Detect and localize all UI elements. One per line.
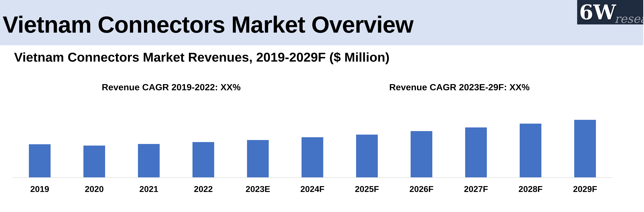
x-axis-label-2020: 2020	[67, 184, 122, 194]
bar-slot-2024F	[285, 120, 340, 177]
x-axis-label-2019: 2019	[12, 184, 67, 194]
x-axis-label-2021: 2021	[122, 184, 176, 194]
x-axis-label-2025F: 2025F	[340, 184, 394, 194]
bar-2022	[192, 142, 214, 177]
bar-slot-2028F	[503, 120, 558, 177]
bar-2028F	[520, 124, 542, 177]
bar-slot-2029F	[558, 120, 612, 177]
bar-slot-2023E	[230, 120, 285, 177]
cagr-annotation-forecast: Revenue CAGR 2023E-29F: XX%	[389, 82, 530, 92]
bar-2020	[84, 146, 105, 177]
chart-title: Vietnam Connectors Market Revenues, 2019…	[14, 50, 390, 65]
bar-slot-2019	[12, 120, 67, 177]
bar-slot-2021	[122, 120, 176, 177]
bar-chart-plot-area	[12, 120, 612, 177]
bar-2027F	[465, 127, 487, 177]
bar-slot-2027F	[449, 120, 503, 177]
page-title: Vietnam Connectors Market Overview	[3, 13, 413, 36]
x-axis-label-2023E: 2023E	[230, 184, 285, 194]
cagr-annotation-historic: Revenue CAGR 2019-2022: XX%	[102, 82, 241, 92]
x-axis-labels-row: 20192020202120222023E2024F2025F2026F2027…	[12, 184, 612, 194]
bar-slot-2026F	[394, 120, 449, 177]
bar-2021	[138, 144, 160, 177]
x-axis-label-2026F: 2026F	[394, 184, 449, 194]
x-axis-label-2028F: 2028F	[503, 184, 558, 194]
bar-slot-2025F	[340, 120, 394, 177]
x-axis-label-2024F: 2024F	[285, 184, 340, 194]
bar-slot-2022	[176, 120, 230, 177]
x-axis-label-2029F: 2029F	[558, 184, 612, 194]
slide-canvas: Vietnam Connectors Market Overview 6W re…	[0, 0, 644, 212]
bar-slot-2020	[67, 120, 122, 177]
bar-2024F	[302, 137, 323, 177]
bar-2026F	[410, 131, 432, 177]
bar-2023E	[247, 140, 269, 177]
bar-2019	[29, 144, 50, 177]
bar-2029F	[574, 120, 596, 177]
brand-logo: 6W research	[577, 0, 643, 24]
brand-logo-6w-text: 6W	[579, 0, 616, 24]
x-axis-label-2022: 2022	[176, 184, 230, 194]
bar-2025F	[356, 135, 378, 177]
x-axis-line	[12, 177, 612, 178]
x-axis-label-2027F: 2027F	[449, 184, 503, 194]
brand-logo-research-text: research	[614, 6, 643, 24]
